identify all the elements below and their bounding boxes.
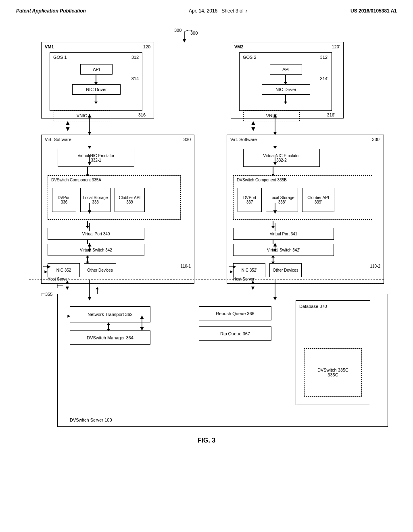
virt1-ref: 330 (184, 137, 191, 142)
virt1-clobber-ref: 339 (126, 200, 133, 204)
virt1-ls-ref: 338 (92, 200, 99, 204)
svg-text:300: 300 (190, 31, 198, 35)
virt1-box: Virt. Software 330 Virtual NIC Emulator … (41, 135, 194, 284)
vm2-gos-box: GOS 2 312' API 314' NIC Driver (239, 52, 332, 111)
dvswitch-335c-box: DVSwitch 335C 335C (304, 348, 362, 397)
virt2-dvport-ref: 337 (246, 200, 253, 204)
header-sheet: Sheet 3 of 7 (221, 8, 248, 14)
vm2-virt-arrow-down: ▼ (250, 126, 257, 132)
vm2-box: VM2 120' GOS 2 312' API 314' NIC Driver … (231, 42, 344, 118)
virt2-vne-box: Virtual NIC Emulator 332-2 (243, 149, 320, 167)
ref-355: 355 (45, 292, 52, 297)
ref-300: 300 (174, 28, 181, 33)
header-right: US 2016/0105381 A1 (350, 8, 397, 14)
virt1-dvport-ref: 336 (61, 200, 68, 204)
nt-dvs-arrow-up (107, 322, 110, 325)
virt1-clobber-box: Clobber API 339 (115, 188, 145, 212)
vm1-virt-arrow-down: ▼ (65, 126, 71, 132)
virt1-ls-label: Local Storage (83, 195, 108, 200)
server-up-arrow (96, 287, 99, 289)
header-center: Apr. 14, 2016 Sheet 3 of 7 (189, 8, 248, 14)
virt1-nic-box: NIC 352 (48, 263, 80, 277)
virt2-virtual-switch-box: Virtual Switch 342' (233, 244, 334, 256)
rip-queue-box: Rip Queue 367 (199, 326, 271, 341)
virt1-virtual-port-box: Virtual Port 340 (48, 228, 144, 240)
left-up-arrow-mid: ▲ (65, 279, 70, 285)
virt1-label: Virt. Software (45, 137, 71, 142)
right-up-arrow-mid: ▲ (250, 279, 256, 285)
virt2-ls-label: Local Storage (269, 195, 294, 200)
vm2-nic-ref: 314' (320, 76, 328, 81)
page: Patent Application Publication Apr. 14, … (0, 0, 413, 532)
virt2-dvswitch-box: DVSwitch Component 335B DVPort 337 Local… (233, 175, 372, 220)
dvswitch-server-box: Network Transport 362 ► DVSwitch Manager… (57, 294, 388, 427)
vm2-api-box: API (270, 64, 302, 75)
virt2-vne-ref: 332-2 (276, 158, 287, 162)
header-date: Apr. 14, 2016 (189, 8, 217, 14)
virt2-arrow-vs-up (271, 255, 275, 258)
vm1-nic-driver-box: NIC Driver (72, 84, 121, 95)
network-transport-box: Network Transport 362 (70, 306, 150, 322)
vm1-nic-ref: 314 (131, 76, 139, 81)
vm1-arrow2-head (94, 102, 98, 104)
vm2-gos-ref: 312' (320, 55, 328, 60)
database-box: Database 370 DVSwitch 335C 335C (296, 300, 370, 405)
ref-355-bracket: ⌐ (40, 290, 45, 298)
vm1-gos-box: GOS 1 312 API 314 NIC Driver (50, 52, 142, 111)
vm1-vnic-box: VNIC (54, 110, 110, 121)
vm1-arrow1 (96, 75, 96, 83)
virt2-clobber-label: Clobber API (307, 195, 329, 200)
virt1-other-box: Other Devices (84, 263, 116, 277)
vm1-label: VM1 (45, 44, 54, 49)
virt2-clobber-ref: 339' (315, 200, 322, 204)
vm1-ref: 120 (143, 44, 150, 49)
virt1-local-storage-box: Local Storage 338 (80, 188, 111, 212)
virt2-label: Virt. Software (230, 137, 257, 142)
right-down-arrow-mid: ▼ (250, 285, 256, 291)
virt2-virtual-port-box: Virtual Port 341 (233, 228, 334, 240)
virt1-dvswitch-box: DVSwitch Component 335A DVPort 336 Local… (48, 175, 181, 220)
fig-label: FIG. 3 (17, 437, 396, 444)
left-down-arrow-mid: ▼ (65, 285, 70, 291)
diagram: 300 (17, 26, 396, 489)
virt1-arrow-vs-up (86, 255, 89, 258)
vm2-arrow2-head (284, 102, 287, 104)
vm1-gos-label: GOS 1 (53, 55, 67, 60)
dvswitch-335c-ref: 335C (327, 372, 338, 377)
repush-queue-box: Repush Queue 366 (199, 306, 271, 320)
virt1-nic-arrow: ► (44, 269, 48, 274)
vm1-box: VM1 120 GOS 1 312 API 314 NIC Driver (41, 42, 154, 118)
vm2-arrow1 (285, 75, 286, 83)
virt1-host-ref: 110-1 (180, 264, 191, 268)
virt2-clobber-box: Clobber API 339' (302, 188, 334, 212)
virt2-host-ref: 110-2 (370, 264, 380, 268)
virt1-clobber-label: Clobber API (119, 195, 140, 200)
virt2-ls-ref: 338' (278, 200, 286, 204)
vm1-gos-ref: 312 (131, 55, 139, 60)
header: Patent Application Publication Apr. 14, … (16, 8, 397, 14)
virt1-vne-label: Virtual NIC Emulator (78, 154, 115, 158)
virt2-other-label: Other Devices (273, 268, 298, 272)
vm2-ref: 120' (332, 44, 340, 49)
vm2-nic-driver-box: NIC Driver (262, 84, 310, 95)
virt2-other-box: Other Devices (269, 263, 302, 277)
virt1-other-label: Other Devices (87, 268, 113, 272)
virt2-vne-label: Virtual NIC Emulator (263, 154, 300, 158)
virt1-dvport-label: DVPort (58, 195, 71, 200)
horizontal-divider (29, 284, 392, 284)
database-label: Database 370 (299, 304, 327, 309)
virt1-dvswitch-label: DVSwitch Component 335A (51, 178, 101, 182)
virt1-vne-box: Virtual NIC Emulator 332-1 (58, 149, 134, 167)
virt2-local-storage-box: Local Storage 338' (266, 188, 298, 212)
vm2-label: VM2 (234, 44, 244, 49)
virt1-virtual-switch-box: Virtual Switch 342 (48, 244, 144, 256)
virt2-nic-arrow: ► (229, 269, 234, 274)
virt2-box: Virt. Software 330' Virtual NIC Emulator… (227, 135, 384, 284)
nt-arrow: ► (67, 314, 71, 318)
dvswitch-server-label: DVSwitch Server 100 (70, 418, 112, 422)
virt2-dvport-label: DVPort (243, 195, 256, 200)
vm1-api-box: API (80, 64, 113, 75)
virt2-nic-box: NIC 352' (233, 263, 265, 277)
header-left: Patent Application Publication (16, 8, 86, 14)
virt1-dvport-box: DVPort 336 (52, 188, 76, 212)
